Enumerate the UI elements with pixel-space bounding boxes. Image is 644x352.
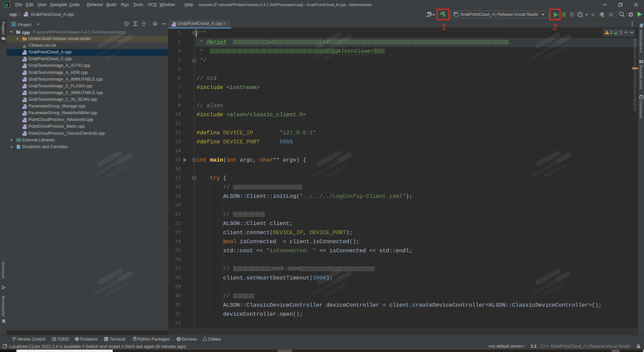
svg-text:C++: C++ <box>22 99 26 102</box>
svg-text:C++: C++ <box>22 120 26 122</box>
svg-text:C++: C++ <box>22 79 26 82</box>
svg-text:C++: C++ <box>22 73 26 75</box>
svg-text:CL: CL <box>5 3 9 6</box>
svg-text:C++: C++ <box>22 106 26 108</box>
svg-text:C++: C++ <box>22 113 26 115</box>
svg-text:C++: C++ <box>22 52 26 54</box>
svg-text:C++: C++ <box>22 126 26 129</box>
svg-text:C++: C++ <box>22 93 26 95</box>
svg-text:C++: C++ <box>22 86 26 88</box>
svg-text:C++: C++ <box>172 24 176 27</box>
svg-text:C++: C++ <box>24 14 28 16</box>
svg-text:C++: C++ <box>22 66 26 68</box>
svg-text:C++: C++ <box>22 59 26 61</box>
svg-text:C++: C++ <box>22 133 26 136</box>
